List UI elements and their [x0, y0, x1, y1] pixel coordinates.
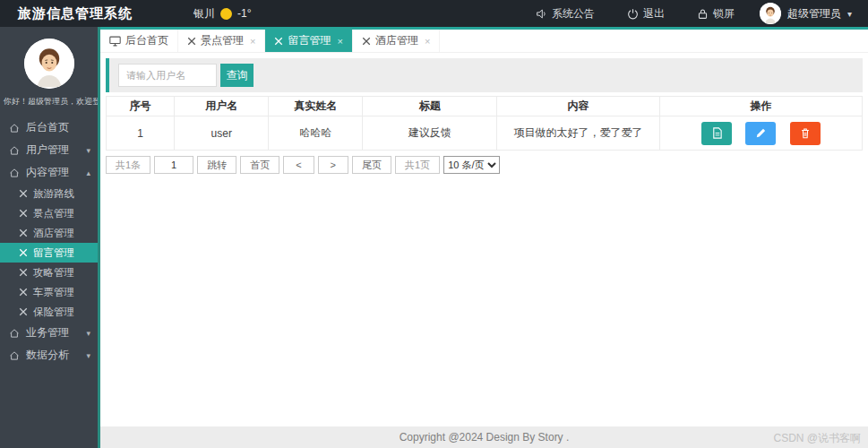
sidebar-item-hotel[interactable]: 酒店管理: [0, 223, 98, 243]
sidebar-item-label: 保险管理: [33, 306, 74, 319]
shuffle-icon: [19, 248, 28, 257]
messages-table: 序号 用户名 真实姓名 标题 内容 操作 1 user 哈哈哈: [106, 96, 863, 151]
lock-screen-button[interactable]: 锁屏: [681, 0, 751, 27]
messages-table-wrap: 序号 用户名 真实姓名 标题 内容 操作 1 user 哈哈哈: [106, 96, 863, 151]
tab-label: 酒店管理: [375, 33, 418, 48]
col-header-content: 内容: [497, 97, 659, 116]
close-icon[interactable]: ×: [425, 36, 430, 47]
caret-down-icon: ▾: [86, 351, 90, 360]
top-bar: 旅游信息管理系统 银川 -1° 系统公告 退出 锁屏 超级: [0, 0, 868, 27]
shuffle-icon: [19, 189, 28, 198]
caret-down-icon: ▾: [86, 146, 90, 155]
home-icon: [9, 350, 20, 361]
search-button[interactable]: 查询: [220, 64, 254, 87]
sidebar-item-analytics[interactable]: 数据分析 ▾: [0, 344, 98, 366]
pencil-icon: [755, 128, 766, 139]
watermark-text: CSDN @说书客啊: [773, 431, 861, 446]
content-spacer: [100, 174, 868, 426]
cell-realname: 哈哈哈: [269, 116, 363, 151]
app-root: 旅游信息管理系统 银川 -1° 系统公告 退出 锁屏 超级: [0, 0, 868, 448]
sidebar-greeting: 你好！超级管理员，欢迎登录: [0, 96, 98, 116]
sidebar-item-business[interactable]: 业务管理 ▾: [0, 322, 98, 344]
sidebar-item-label: 留言管理: [33, 246, 74, 260]
home-icon: [9, 328, 20, 339]
search-input[interactable]: [118, 64, 217, 87]
pagination-total: 共1条: [106, 156, 150, 174]
app-title: 旅游信息管理系统: [0, 5, 150, 22]
sidebar-item-messages[interactable]: 留言管理: [0, 243, 98, 263]
sidebar-item-label: 后台首页: [26, 120, 69, 135]
speaker-icon: [536, 8, 547, 20]
weather-temp: -1°: [237, 7, 251, 20]
sidebar-item-label: 业务管理: [26, 325, 69, 340]
sidebar: 你好！超级管理员，欢迎登录 后台首页 用户管理 ▾ 内容管理 ▴ 旅游路线: [0, 27, 100, 448]
sidebar-item-scenic[interactable]: 景点管理: [0, 203, 98, 223]
logout-label: 退出: [643, 6, 665, 22]
next-page-button[interactable]: >: [318, 156, 348, 174]
announcement-label: 系统公告: [552, 6, 595, 22]
pagination-page-count: 共1页: [395, 156, 440, 174]
per-page-select[interactable]: 10 条/页: [443, 156, 500, 174]
first-page-button[interactable]: 首页: [240, 156, 279, 174]
tab-messages[interactable]: 留言管理 ×: [265, 30, 352, 52]
shuffle-icon: [19, 307, 28, 316]
home-icon: [9, 168, 20, 178]
admin-menu[interactable]: 超级管理员 ▾: [751, 0, 868, 27]
home-icon: [9, 145, 20, 156]
edit-button[interactable]: [745, 122, 776, 145]
tab-home[interactable]: 后台首页: [100, 30, 178, 52]
sidebar-item-home[interactable]: 后台首页: [0, 116, 98, 139]
table-header-row: 序号 用户名 真实姓名 标题 内容 操作: [107, 97, 863, 116]
shuffle-icon: [187, 37, 196, 46]
sidebar-item-tickets[interactable]: 车票管理: [0, 282, 98, 302]
footer: Copyright @2024 Design By Story . CSDN @…: [100, 426, 868, 448]
admin-name: 超级管理员: [787, 6, 841, 22]
cell-username: user: [174, 116, 269, 151]
shuffle-icon: [274, 37, 283, 46]
sidebar-item-guides[interactable]: 攻略管理: [0, 263, 98, 282]
pagination: 共1条 跳转 首页 < > 尾页 共1页 10 条/页: [106, 156, 863, 174]
delete-button[interactable]: [790, 122, 821, 145]
power-icon: [627, 8, 639, 20]
sidebar-item-label: 攻略管理: [33, 266, 74, 280]
tab-label: 留言管理: [288, 33, 331, 48]
caret-down-icon: ▾: [847, 9, 852, 19]
copyright-text: Copyright @2024 Design By Story .: [400, 431, 570, 444]
page-number-input[interactable]: [154, 156, 193, 174]
sidebar-item-users[interactable]: 用户管理 ▾: [0, 139, 98, 161]
close-icon[interactable]: ×: [250, 36, 255, 47]
shuffle-icon: [19, 209, 28, 218]
trash-icon: [800, 127, 811, 139]
col-header-no: 序号: [107, 97, 175, 116]
table-row: 1 user 哈哈哈 建议反馈 项目做的太好了，爱了爱了: [107, 116, 863, 151]
weather-city: 银川: [193, 6, 215, 22]
topbar-actions: 系统公告 退出 锁屏 超级管理员 ▾: [520, 0, 868, 27]
sidebar-item-routes[interactable]: 旅游路线: [0, 184, 98, 203]
view-button[interactable]: [701, 122, 732, 145]
lock-icon: [697, 8, 709, 20]
home-icon: [9, 123, 20, 134]
prev-page-button[interactable]: <: [283, 156, 314, 174]
tab-hotel[interactable]: 酒店管理 ×: [353, 30, 440, 52]
close-icon[interactable]: ×: [337, 36, 342, 47]
cell-no: 1: [107, 116, 175, 151]
shuffle-icon: [19, 288, 28, 297]
sidebar-item-insurance[interactable]: 保险管理: [0, 302, 98, 322]
sidebar-item-content[interactable]: 内容管理 ▴: [0, 161, 98, 184]
col-header-actions: 操作: [659, 97, 862, 116]
announcement-button[interactable]: 系统公告: [520, 0, 611, 27]
sidebar-item-label: 车票管理: [33, 286, 74, 299]
avatar: [24, 39, 74, 89]
last-page-button[interactable]: 尾页: [352, 156, 391, 174]
document-icon: [711, 127, 723, 139]
tab-label: 景点管理: [201, 33, 244, 48]
sidebar-item-label: 内容管理: [26, 165, 69, 180]
col-header-realname: 真实姓名: [269, 97, 363, 116]
weather-widget: 银川 -1°: [193, 6, 251, 22]
tab-scenic[interactable]: 景点管理 ×: [178, 30, 265, 52]
col-header-title: 标题: [363, 97, 497, 116]
logout-button[interactable]: 退出: [611, 0, 681, 27]
cell-title: 建议反馈: [363, 116, 497, 151]
jump-button[interactable]: 跳转: [197, 156, 236, 174]
cell-actions: [659, 116, 862, 151]
